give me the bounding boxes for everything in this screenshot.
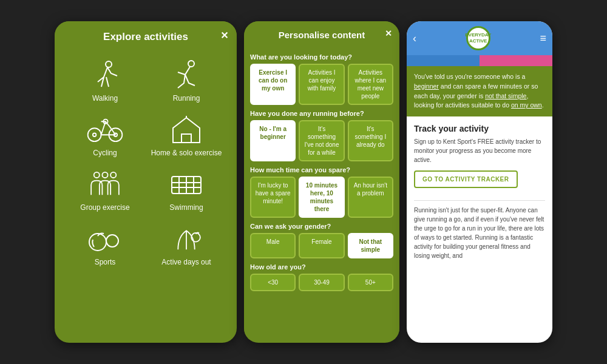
group-label: Group exercise: [80, 203, 129, 212]
activity-sports[interactable]: Sports: [64, 218, 146, 272]
tracker-button[interactable]: GO TO ACTIVITY TRACKER: [414, 170, 518, 188]
back-button[interactable]: ‹: [413, 32, 416, 45]
track-desc: Sign up to Kent Sport's FREE activity tr…: [414, 137, 545, 164]
question-3: How much time can you spare?: [250, 166, 393, 174]
question-5: How old are you?: [250, 263, 393, 271]
opt-beginner[interactable]: No - I'm a beginner: [250, 120, 296, 161]
options-5: <30 30-49 50+: [250, 274, 393, 291]
options-4: Male Female Not that simple: [250, 233, 393, 258]
outdoors-icon: [167, 224, 206, 254]
options-3: I'm lucky to have a spare minute! 10 min…: [250, 177, 393, 218]
activity-home[interactable]: Home & solo exercise: [146, 109, 227, 163]
activity-walking[interactable]: Walking: [64, 54, 146, 109]
article-text: Running isn't just for the super-fit. An…: [414, 206, 545, 260]
opt-exercise-own[interactable]: Exercise I can do on my own: [250, 64, 296, 105]
svg-point-1: [188, 61, 194, 67]
opt-30-49[interactable]: 30-49: [299, 274, 344, 291]
outdoors-label: Active days out: [161, 258, 211, 266]
logo-text: EVERYDAYACTIVE: [465, 32, 491, 44]
question-4: Can we ask your gender?: [250, 223, 393, 230]
p2-title: Personalise content: [279, 30, 365, 40]
opt-50plus[interactable]: 50+: [348, 274, 393, 291]
swimming-label: Swimming: [169, 203, 203, 212]
cycling-icon: [86, 115, 124, 145]
opt-male[interactable]: Male: [250, 233, 296, 258]
activity-group[interactable]: Group exercise: [64, 163, 146, 218]
home-label: Home & solo exercise: [151, 149, 222, 157]
svg-rect-7: [181, 134, 191, 143]
opt-ten-mins[interactable]: 10 minutes here, 10 minutes there: [299, 177, 344, 218]
walking-label: Walking: [92, 94, 118, 103]
sports-label: Sports: [95, 258, 116, 266]
p1-title: Explore activities: [103, 31, 188, 42]
p3-info-box: You've told us you're someone who is a b…: [407, 66, 552, 116]
svg-point-10: [110, 172, 116, 178]
cycling-label: Cycling: [93, 149, 117, 157]
phone-personalise: Personalise content ✕ What are you looki…: [244, 21, 399, 343]
opt-no-time[interactable]: I'm lucky to have a spare minute!: [250, 177, 296, 218]
divider: [414, 200, 545, 201]
question-2: Have you done any running before?: [250, 110, 393, 117]
opt-hour[interactable]: An hour isn't a problem: [348, 177, 393, 218]
options-2: No - I'm a beginner It's something I've …: [250, 120, 393, 161]
p1-header: Explore activities ✕: [55, 21, 237, 49]
activity-cycling[interactable]: Cycling: [64, 109, 146, 163]
activity-running[interactable]: Running: [146, 54, 227, 109]
p2-body: What are you looking for today? Exercise…: [244, 45, 399, 340]
p2-header: Personalise content ✕: [244, 21, 399, 45]
opt-meet-people[interactable]: Activities where I can meet new people: [348, 64, 393, 105]
phone-explore-activities: Explore activities ✕ Walking: [55, 21, 237, 343]
running-label: Running: [173, 94, 200, 103]
question-1: What are you looking for today?: [250, 53, 393, 61]
opt-family[interactable]: Activities I can enjoy with family: [299, 64, 344, 105]
svg-point-2: [88, 128, 101, 141]
phone-everyday-active: ‹ EVERYDAYACTIVE ≡ You've told us you're…: [407, 21, 552, 343]
p3-body: Track your activity Sign up to Kent Spor…: [407, 116, 552, 268]
svg-point-8: [94, 172, 100, 178]
swimming-icon: [167, 169, 206, 200]
activity-outdoors[interactable]: Active days out: [146, 218, 227, 272]
svg-point-4: [93, 133, 96, 136]
track-title: Track your activity: [414, 124, 545, 133]
p1-activities-grid: Walking Running: [55, 49, 237, 282]
p2-close-button[interactable]: ✕: [385, 29, 392, 38]
opt-already-do[interactable]: It's something I already do: [348, 120, 393, 161]
opt-not-simple[interactable]: Not that simple: [348, 233, 393, 258]
svg-point-18: [106, 235, 118, 247]
everyday-active-logo: EVERYDAYACTIVE: [466, 26, 490, 50]
running-icon: [167, 60, 206, 90]
p3-banner: [407, 55, 552, 66]
banner-blue: [407, 55, 480, 66]
p1-close-button[interactable]: ✕: [220, 30, 228, 41]
home-icon: [167, 115, 206, 145]
opt-under30[interactable]: <30: [250, 274, 296, 291]
banner-pink: [480, 55, 552, 66]
svg-point-17: [89, 234, 106, 251]
walking-icon: [86, 60, 124, 90]
p3-topbar: ‹ EVERYDAYACTIVE ≡: [407, 21, 552, 55]
opt-female[interactable]: Female: [299, 233, 344, 258]
menu-button[interactable]: ≡: [540, 32, 546, 45]
opt-not-for-while[interactable]: It's something I've not done for a while: [299, 120, 344, 161]
svg-point-0: [106, 61, 112, 67]
group-icon: [86, 169, 124, 200]
activity-swimming[interactable]: Swimming: [146, 163, 227, 218]
options-1: Exercise I can do on my own Activities I…: [250, 64, 393, 105]
svg-point-9: [102, 172, 107, 178]
sports-icon: [86, 224, 124, 254]
